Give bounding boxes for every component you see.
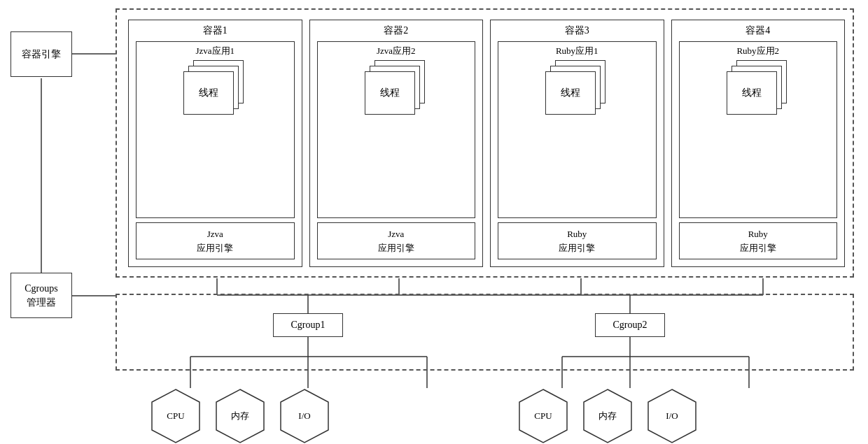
- thread-front-4: 线程: [727, 71, 777, 115]
- app-box-2: Jzva应用2 线程: [317, 41, 476, 218]
- app-2-title: Jzva应用2: [321, 45, 472, 57]
- runtime-box-1: Jzva应用引擎: [136, 222, 295, 259]
- cgroup1-label: Cgroup1: [291, 320, 326, 330]
- cgroup2-resources: CPU 内存 I/O: [518, 388, 697, 444]
- container-3: 容器3 Ruby应用1 线程 Ruby应用引擎: [490, 20, 664, 267]
- cgroup2-io-label: I/O: [666, 410, 678, 422]
- cgroup1-cpu-label: CPU: [167, 410, 184, 422]
- app-1-title: Jzva应用1: [139, 45, 291, 57]
- cgroup1-box: Cgroup1: [273, 313, 343, 337]
- thread-stack-3: 线程: [545, 60, 608, 123]
- app-box-4: Ruby应用2 线程: [679, 41, 838, 218]
- container-1: 容器1 Jzva应用1 线程 Jzva应用引擎: [128, 20, 302, 267]
- cgroup-outer: [115, 294, 854, 371]
- cgroup1-memory-label: 内存: [231, 410, 249, 422]
- cgroup1-io: I/O: [279, 388, 330, 444]
- cgroup1-cpu: CPU: [150, 388, 201, 444]
- runtime-box-3: Ruby应用引擎: [498, 222, 657, 259]
- container-4: 容器4 Ruby应用2 线程 Ruby应用引擎: [671, 20, 846, 267]
- cgroup1-memory: 内存: [215, 388, 265, 444]
- container-3-title: 容器3: [495, 24, 659, 37]
- cgroup2-container: Cgroup2: [595, 313, 665, 337]
- container-1-title: 容器1: [133, 24, 298, 37]
- cgroup2-label: Cgroup2: [613, 320, 648, 330]
- diagram: 容器引擎 Cgroups管理器 容器1 Jzva应用1 线程 Jzva应用引擎: [0, 0, 868, 444]
- thread-front-3: 线程: [545, 71, 596, 115]
- cgroup2-cpu-label: CPU: [534, 410, 552, 422]
- cgroup1-resources: CPU 内存 I/O: [150, 388, 330, 444]
- cgroup2-io: I/O: [647, 388, 697, 444]
- cgroup2-cpu: CPU: [518, 388, 568, 444]
- container-2: 容器2 Jzva应用2 线程 Jzva应用引擎: [309, 20, 484, 267]
- cgroups-label: Cgroups管理器: [24, 282, 57, 309]
- engine-label: 容器引擎: [22, 48, 61, 62]
- thread-front-1: 线程: [183, 71, 234, 115]
- runtime-box-4: Ruby应用引擎: [679, 222, 838, 259]
- container-4-title: 容器4: [676, 24, 841, 37]
- app-3-title: Ruby应用1: [501, 45, 653, 57]
- thread-stack-1: 线程: [183, 60, 246, 123]
- cgroup2-memory-label: 内存: [598, 410, 617, 422]
- thread-stack-4: 线程: [727, 60, 790, 123]
- containers-row: 容器1 Jzva应用1 线程 Jzva应用引擎 容器2 Jzva应用2: [122, 14, 850, 273]
- cgroup1-container: Cgroup1: [273, 313, 343, 337]
- app-box-3: Ruby应用1 线程: [498, 41, 657, 218]
- thread-front-2: 线程: [365, 71, 415, 115]
- thread-stack-2: 线程: [365, 60, 428, 123]
- cgroup1-io-label: I/O: [298, 410, 310, 422]
- cgroups-box: Cgroups管理器: [10, 273, 72, 318]
- cgroup2-box: Cgroup2: [595, 313, 665, 337]
- app-4-title: Ruby应用2: [682, 45, 834, 57]
- engine-box: 容器引擎: [10, 31, 72, 77]
- app-box-1: Jzva应用1 线程: [136, 41, 295, 218]
- cgroup2-memory: 内存: [582, 388, 633, 444]
- runtime-box-2: Jzva应用引擎: [317, 222, 476, 259]
- container-2-title: 容器2: [314, 24, 479, 37]
